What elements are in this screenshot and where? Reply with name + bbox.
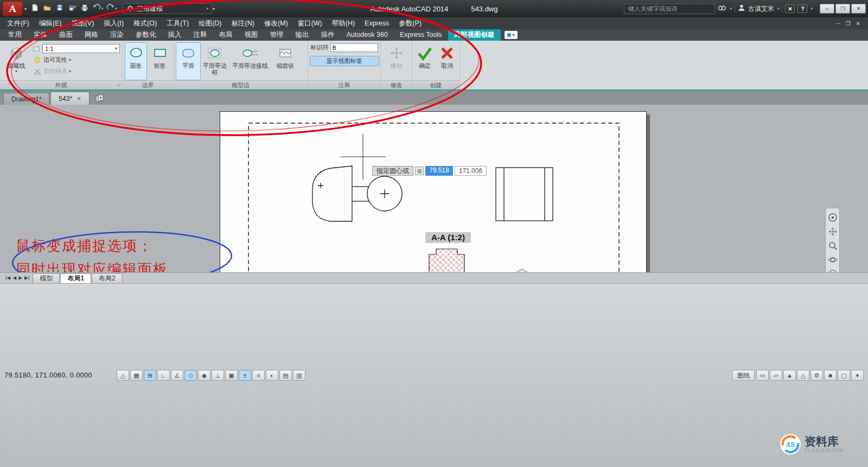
status-menu-icon[interactable]: ▾: [851, 370, 864, 381]
chevron-down-icon[interactable]: ▾: [730, 7, 732, 11]
ducs-icon[interactable]: ▣: [225, 370, 238, 381]
dynamic-input-x-field[interactable]: 79.518: [425, 166, 453, 176]
quick-properties-icon[interactable]: ▤: [279, 370, 292, 381]
minimize-button[interactable]: ─: [820, 4, 834, 14]
ribbon-tab-3[interactable]: 曲面: [53, 29, 79, 41]
chevron-down-icon[interactable]: ▾: [24, 7, 27, 11]
workspace-combo[interactable]: 三维建模 ▾: [123, 3, 212, 14]
ribbon-tab-5[interactable]: 渲染: [104, 29, 130, 41]
menu-item-1[interactable]: 文件(F): [2, 17, 34, 29]
section-hatch[interactable]: [429, 249, 464, 272]
dynamic-input-y-field[interactable]: 171.006: [455, 166, 487, 176]
ribbon-tab-7[interactable]: 插入: [162, 29, 188, 41]
ribbon-tab-2[interactable]: 实体: [28, 29, 53, 41]
snap-icon[interactable]: ▦: [130, 370, 143, 381]
dynamic-input-options-icon[interactable]: ▤: [415, 167, 424, 175]
lineweight-icon[interactable]: ≡: [252, 370, 265, 381]
ribbon-tab-16[interactable]: 局部视图创建: [448, 29, 501, 41]
otrack-icon[interactable]: ⊥: [212, 370, 224, 381]
zoom-icon[interactable]: [828, 241, 838, 251]
annotation-visibility-icon[interactable]: △: [797, 370, 809, 381]
paper-model-toggle[interactable]: 图纸: [732, 370, 755, 381]
navigation-wheel-icon[interactable]: [828, 213, 838, 222]
new-file-button[interactable]: [29, 2, 41, 15]
chevron-down-icon[interactable]: ▾: [101, 7, 104, 11]
transparency-icon[interactable]: ◐: [266, 370, 278, 381]
restore-button[interactable]: ❒: [835, 4, 850, 14]
pan-icon[interactable]: [828, 227, 838, 236]
menu-item-13[interactable]: 参数(P): [394, 17, 426, 29]
open-file-button[interactable]: [41, 2, 53, 15]
menu-item-6[interactable]: 工具(T): [162, 17, 194, 29]
menu-item-5[interactable]: 格式(O): [129, 17, 162, 29]
quick-view-layouts-icon[interactable]: ▭: [756, 370, 769, 381]
doc-tab-2[interactable]: 543*✕: [50, 92, 89, 105]
ribbon-options-button[interactable]: ▾: [505, 31, 518, 39]
section-view-label[interactable]: A-A (1:2): [431, 233, 465, 242]
ribbon-tab-8[interactable]: 注释: [188, 29, 213, 41]
osnap-3d-icon[interactable]: ◆: [198, 370, 210, 381]
menu-item-4[interactable]: 插入(I): [99, 17, 129, 29]
identifier-input[interactable]: [330, 43, 378, 52]
chevron-down-icon[interactable]: ▾: [116, 7, 118, 11]
quick-view-drawings-icon[interactable]: ▱: [770, 370, 782, 381]
first-layout-button[interactable]: |◀: [5, 275, 10, 280]
menu-item-11[interactable]: 帮助(H): [327, 17, 360, 29]
move-button[interactable]: 移动: [384, 42, 409, 80]
redo-button[interactable]: ▾: [105, 2, 119, 15]
menu-item-9[interactable]: 修改(M): [259, 17, 293, 29]
ribbon-tab-6[interactable]: 参数化: [130, 29, 162, 41]
doc-restore-button[interactable]: ❒: [846, 21, 851, 27]
qat-customize-button[interactable]: ▾: [213, 7, 215, 11]
doc-close-button[interactable]: ✕: [856, 21, 860, 27]
jagged-edge-button[interactable]: 锯齿状: [273, 42, 298, 80]
selection-cycling-icon[interactable]: ▥: [293, 370, 305, 381]
plot-button[interactable]: [79, 2, 91, 15]
save-button[interactable]: [54, 2, 66, 15]
ribbon-tab-10[interactable]: 视图: [239, 29, 264, 41]
new-drawing-tab-button[interactable]: [93, 93, 107, 104]
menu-item-3[interactable]: 视图(V): [67, 17, 99, 29]
orbit-icon[interactable]: [828, 255, 838, 265]
layout-tab-1[interactable]: 模型: [33, 273, 60, 283]
smooth-with-border-button[interactable]: 平滑带边框: [202, 42, 227, 80]
workspace-gear-icon[interactable]: ⚙: [810, 370, 823, 381]
save-as-button[interactable]: [66, 2, 78, 15]
application-menu-button[interactable]: A: [2, 1, 23, 16]
show-view-label-button[interactable]: 显示视图标签: [310, 56, 379, 66]
rectangular-boundary-button[interactable]: 矩形: [149, 42, 171, 80]
menu-item-2[interactable]: 编辑(E): [34, 17, 67, 29]
polar-icon[interactable]: ∠: [171, 370, 183, 381]
infer-constraints-icon[interactable]: △: [117, 370, 129, 381]
ribbon-tab-9[interactable]: 布局: [213, 29, 239, 41]
menu-item-12[interactable]: Express: [360, 17, 394, 29]
annotation-scale-icon[interactable]: ▲: [783, 370, 796, 381]
ribbon-tab-14[interactable]: Autodesk 360: [341, 29, 394, 41]
next-layout-button[interactable]: ▶: [18, 275, 22, 280]
close-button[interactable]: ✕: [851, 4, 866, 14]
prev-layout-button[interactable]: ◀: [12, 275, 16, 280]
chevron-down-icon[interactable]: ▾: [810, 7, 813, 11]
hidden-lines-button[interactable]: 隐藏线 ▾: [2, 42, 30, 80]
menu-item-10[interactable]: 窗口(W): [293, 17, 327, 29]
panel-launcher-icon[interactable]: »: [117, 82, 120, 88]
ok-button[interactable]: 确定: [414, 42, 435, 80]
doc-tab-1[interactable]: Drawing1*: [3, 93, 49, 105]
grid-icon[interactable]: ⊞: [144, 370, 156, 381]
showmotion-icon[interactable]: [828, 269, 838, 272]
paper-sheet[interactable]: A-A (1:2) A: [220, 111, 647, 272]
coordinate-display[interactable]: 79.5180, 171.0060, 0.0000: [4, 372, 116, 379]
binoculars-search-icon[interactable]: [718, 4, 726, 14]
layout-tab-2[interactable]: 布局1: [60, 273, 91, 283]
edge-visibility-button[interactable]: 边可见性 ▾: [32, 55, 120, 65]
scale-combo[interactable]: 1:1 ▾: [42, 44, 120, 53]
navigation-bar[interactable]: [825, 208, 840, 272]
exchange-apps-icon[interactable]: ✕: [785, 4, 795, 13]
undo-button[interactable]: ▾: [91, 2, 105, 15]
menu-item-8[interactable]: 标注(N): [227, 17, 259, 29]
fullscreen-icon[interactable]: ▢: [838, 370, 850, 381]
lock-icon[interactable]: ■: [824, 370, 837, 381]
ribbon-tab-1[interactable]: 常用: [2, 29, 28, 41]
signed-in-user[interactable]: 古滇艾米: [748, 4, 774, 14]
drawing-canvas[interactable]: A-A (1:2) A: [0, 105, 868, 272]
